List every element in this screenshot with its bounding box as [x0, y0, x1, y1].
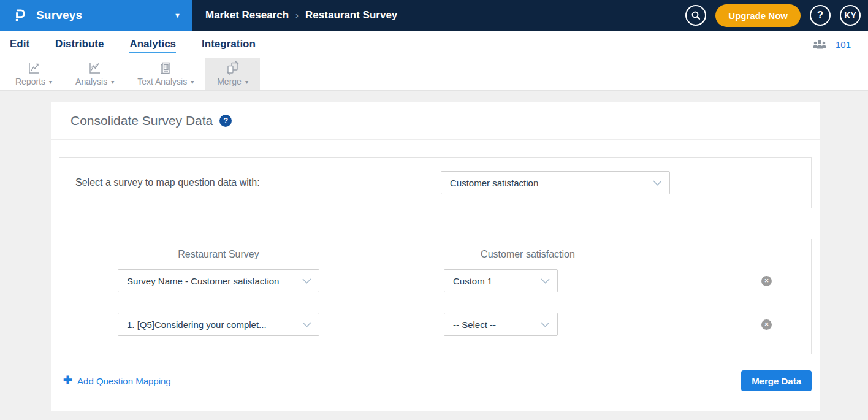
survey-select-value: Customer satisfaction	[450, 178, 538, 188]
survey-picker-label: Select a survey to map question data wit…	[75, 177, 260, 188]
top-actions: Upgrade Now ? KY	[685, 0, 868, 31]
tab-edit[interactable]: Edit	[10, 38, 29, 50]
app-switcher[interactable]: Surveys ▼	[0, 0, 192, 31]
search-icon	[691, 10, 701, 20]
source-survey-header: Restaurant Survey	[118, 249, 319, 260]
search-button[interactable]	[685, 5, 706, 26]
chevron-down-icon	[302, 278, 311, 284]
survey-select-dropdown[interactable]: Customer satisfaction	[441, 171, 670, 194]
chevron-down-icon: ▼	[174, 12, 181, 19]
chevron-down-icon	[302, 322, 311, 327]
chevron-down-icon: ▾	[245, 78, 248, 85]
breadcrumb: Market Research › Restaurant Survey	[205, 0, 397, 31]
card-header: Consolidate Survey Data ?	[51, 102, 820, 140]
analytics-toolbar: Reports▾ Analysis▾ Text Analysis▾ M	[0, 58, 868, 91]
help-button[interactable]: ?	[810, 5, 831, 26]
respondents-summary[interactable]: 101	[812, 39, 851, 50]
avatar[interactable]: KY	[840, 5, 861, 26]
chevron-down-icon: ▾	[111, 78, 114, 85]
toolbar-text-analysis-label: Text Analysis	[137, 77, 187, 86]
remove-mapping-icon[interactable]: ✕	[761, 276, 772, 286]
toolbar-merge[interactable]: Merge▾	[205, 58, 260, 90]
title-help-icon[interactable]: ?	[219, 115, 232, 127]
upgrade-now-button[interactable]: Upgrade Now	[715, 4, 801, 27]
remove-mapping-icon[interactable]: ✕	[761, 319, 772, 330]
tab-analytics[interactable]: Analytics	[129, 38, 176, 50]
merge-data-button[interactable]: Merge Data	[741, 370, 812, 391]
card-footer: ✚ Add Question Mapping Merge Data	[59, 370, 812, 391]
plus-icon: ✚	[63, 375, 72, 386]
top-bar: Surveys ▼ Market Research › Restaurant S…	[0, 0, 868, 31]
mapping-row: 1. [Q5]Considering your complet... -- Se…	[59, 313, 811, 336]
analysis-icon	[87, 61, 102, 75]
question-mapping-section: Restaurant Survey Customer satisfaction …	[59, 239, 812, 354]
chevron-down-icon: ▾	[191, 78, 194, 85]
breadcrumb-parent[interactable]: Market Research	[205, 9, 289, 21]
tab-integration[interactable]: Integration	[202, 38, 256, 50]
chevron-down-icon	[541, 278, 550, 284]
page-background: Consolidate Survey Data ? Select a surve…	[0, 91, 868, 420]
add-question-mapping-label: Add Question Mapping	[77, 376, 171, 386]
toolbar-analysis-label: Analysis	[75, 77, 107, 86]
source-question-dropdown[interactable]: 1. [Q5]Considering your complet...	[118, 313, 319, 336]
toolbar-reports[interactable]: Reports▾	[4, 58, 64, 90]
toolbar-merge-label: Merge	[217, 77, 242, 86]
avatar-initials: KY	[844, 10, 856, 20]
survey-picker-section: Select a survey to map question data wit…	[59, 157, 812, 208]
app-name: Surveys	[36, 9, 82, 22]
question-mark-icon: ?	[817, 9, 823, 21]
chevron-down-icon: ▾	[49, 78, 52, 85]
mapping-column-headers: Restaurant Survey Customer satisfaction	[59, 249, 811, 260]
source-question-dropdown[interactable]: Survey Name - Customer satisfaction	[118, 269, 319, 292]
merge-icon	[225, 61, 240, 75]
toolbar-text-analysis[interactable]: Text Analysis▾	[126, 58, 205, 90]
target-question-dropdown[interactable]: -- Select --	[444, 313, 558, 336]
tab-distribute[interactable]: Distribute	[55, 38, 104, 50]
text-analysis-icon	[158, 61, 173, 75]
chevron-down-icon	[541, 322, 550, 327]
mapping-row: Survey Name - Customer satisfaction Cust…	[59, 269, 811, 292]
page-title: Consolidate Survey Data	[70, 113, 213, 128]
reports-icon	[26, 61, 42, 75]
consolidate-card: Consolidate Survey Data ? Select a surve…	[51, 102, 820, 411]
toolbar-analysis[interactable]: Analysis▾	[64, 58, 126, 90]
respondents-count: 101	[836, 39, 851, 50]
respondents-group-icon	[812, 39, 828, 50]
breadcrumb-current: Restaurant Survey	[305, 9, 397, 21]
main-nav: Edit Distribute Analytics Integration 10…	[0, 31, 868, 58]
chevron-down-icon	[653, 180, 662, 186]
proprofs-logo-icon	[12, 7, 28, 23]
add-question-mapping-link[interactable]: ✚ Add Question Mapping	[63, 375, 171, 386]
target-question-dropdown[interactable]: Custom 1	[444, 269, 558, 292]
target-survey-header: Customer satisfaction	[427, 249, 629, 260]
breadcrumb-separator-icon: ›	[295, 10, 299, 20]
toolbar-reports-label: Reports	[15, 77, 45, 86]
